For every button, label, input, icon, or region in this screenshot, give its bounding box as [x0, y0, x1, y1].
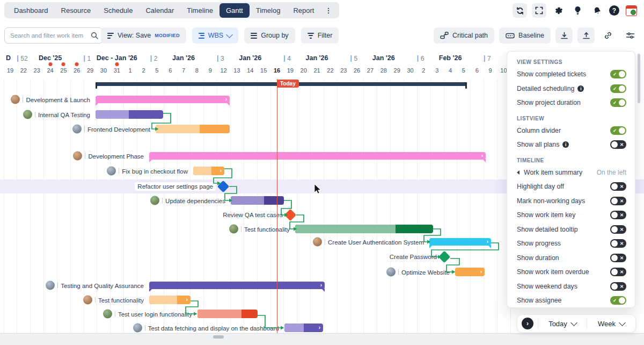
tab-timelog[interactable]: Timelog [250, 3, 287, 18]
setting-column-divider[interactable]: Column divider✓ [507, 124, 635, 138]
task-bar[interactable] [295, 225, 433, 233]
toggle-on[interactable]: ✓ [610, 296, 626, 305]
assignee-avatar[interactable] [46, 281, 55, 290]
task-bar[interactable]: › [193, 167, 224, 175]
toggle-off[interactable]: ✕ [610, 211, 626, 219]
setting-show-work-item-key[interactable]: Show work item key✕ [507, 208, 635, 222]
assignee-avatar[interactable] [73, 152, 82, 161]
tab-gantt[interactable]: Gantt [219, 3, 250, 18]
toggle-off[interactable]: ✕ [610, 225, 626, 234]
gear-icon[interactable] [551, 3, 566, 18]
fullscreen-icon[interactable] [532, 3, 546, 18]
toggle-on[interactable]: ✓ [610, 98, 626, 107]
toggle-on[interactable]: ✓ [610, 126, 626, 135]
sync-icon[interactable] [513, 3, 527, 18]
more-tabs-button[interactable]: ⋮ [320, 3, 336, 18]
toggle-off[interactable]: ✕ [610, 140, 626, 149]
setting-show-project-duration[interactable]: Show project duration✓ [507, 96, 635, 110]
task-bar[interactable] [156, 125, 230, 133]
tab-resource[interactable]: Resource [55, 3, 98, 18]
setting-show-assignee[interactable]: Show assignee✓ [507, 293, 635, 308]
search-input[interactable] [9, 32, 87, 39]
setting-highlight-day-off[interactable]: Highlight day off✕ [507, 179, 635, 194]
expand-chevron-icon[interactable]: › [480, 269, 482, 275]
assignee-avatar[interactable] [133, 324, 142, 333]
toggle-on[interactable]: ✓ [610, 70, 626, 78]
summary-bar[interactable]: › [429, 238, 491, 246]
setting-show-all-plans[interactable]: Show all plansi✕ [507, 138, 635, 152]
tab-schedule[interactable]: Schedule [97, 3, 139, 18]
group-by-button[interactable]: Group by [244, 27, 295, 44]
toggle-off[interactable]: ✕ [610, 254, 626, 262]
expand-chevron-icon[interactable]: › [481, 153, 483, 159]
tab-report[interactable]: Report [287, 3, 320, 18]
help-icon[interactable]: ? [609, 5, 619, 16]
toggle-off[interactable]: ✕ [610, 268, 626, 276]
planner-calendar-icon[interactable] [624, 3, 639, 18]
assignee-avatar[interactable] [23, 110, 32, 119]
task-bar[interactable]: › [284, 324, 323, 332]
setting-show-weekend-days[interactable]: Show weekend days✕ [507, 279, 635, 294]
milestone-diamond[interactable] [284, 209, 297, 221]
today-dropdown[interactable]: Today [543, 320, 582, 328]
expand-chevron-icon[interactable]: › [186, 297, 188, 303]
lightbulb-icon[interactable] [570, 3, 585, 18]
assignee-avatar[interactable] [107, 167, 116, 176]
tab-dashboard[interactable]: Dashboard [8, 3, 55, 18]
summary-bar[interactable]: › [149, 152, 486, 160]
expand-chevron-icon[interactable]: › [225, 97, 227, 102]
download-icon[interactable] [555, 27, 573, 44]
jump-forward-button[interactable]: › [522, 318, 533, 329]
toggle-off[interactable]: ✕ [610, 282, 626, 291]
task-bar[interactable] [231, 196, 284, 205]
toggle-on[interactable]: ✓ [610, 84, 626, 93]
search-box[interactable] [4, 27, 103, 44]
setting-show-completed-tickets[interactable]: Show completed tickets✓ [507, 67, 635, 82]
setting-work-item-summary[interactable]: Work item summaryOn the left [507, 166, 635, 180]
toggle-off[interactable]: ✕ [610, 197, 626, 205]
assignee-avatar[interactable] [11, 95, 20, 104]
week-zoom-dropdown[interactable]: Week [591, 320, 631, 328]
filter-button[interactable]: Filter [301, 27, 339, 44]
critical-path-button[interactable]: Critical path [434, 27, 494, 44]
expand-chevron-icon[interactable]: › [319, 325, 320, 330]
vertical-scrollbar[interactable] [638, 54, 640, 103]
toggle-off[interactable]: ✕ [610, 182, 626, 191]
toggle-off[interactable]: ✕ [610, 239, 626, 248]
upload-icon[interactable] [577, 27, 595, 44]
view-save-button[interactable]: View: Save MODIFIED [101, 27, 186, 44]
tab-timeline[interactable]: Timeline [180, 3, 219, 18]
baseline-button[interactable]: Baseline [499, 27, 551, 44]
summary-bar[interactable]: › [96, 96, 230, 103]
setting-mark-non-working-days[interactable]: Mark non-working days✕ [507, 194, 635, 209]
wbs-dropdown[interactable]: WBS [192, 27, 238, 44]
expand-chevron-icon[interactable]: › [220, 168, 222, 174]
task-bar[interactable] [197, 310, 258, 318]
toggle-knob [611, 212, 618, 218]
assignee-avatar[interactable] [386, 268, 396, 277]
assignee-avatar[interactable] [72, 125, 82, 134]
setting-detailed-scheduling[interactable]: Detailed schedulingi✓ [507, 82, 635, 96]
milestone-diamond[interactable] [438, 251, 451, 263]
horizontal-scrollbar[interactable] [213, 335, 224, 339]
assignee-avatar[interactable] [150, 196, 159, 205]
expand-chevron-icon[interactable]: › [320, 283, 322, 288]
link-icon[interactable] [599, 27, 617, 44]
assignee-avatar[interactable] [83, 296, 92, 305]
setting-show-work-item-overdue[interactable]: Show work item overdue✕ [507, 265, 635, 279]
today-badge: Today [277, 80, 299, 88]
assignee-avatar[interactable] [313, 238, 322, 247]
summary-bar[interactable]: › [149, 282, 325, 289]
bell-icon[interactable] [590, 3, 604, 18]
assignee-avatar[interactable] [229, 225, 238, 234]
task-bar[interactable] [96, 110, 163, 119]
task-bar[interactable]: › [455, 268, 485, 276]
assignee-avatar[interactable] [103, 310, 112, 319]
view-options-sliders-icon[interactable] [621, 27, 639, 44]
setting-show-progress[interactable]: Show progress✕ [507, 236, 635, 251]
tab-calendar[interactable]: Calendar [139, 3, 180, 18]
setting-show-duration[interactable]: Show duration✕ [507, 251, 635, 265]
expand-chevron-icon[interactable]: › [487, 239, 488, 245]
setting-show-detailed-tooltip[interactable]: Show detailed tooltip✕ [507, 222, 635, 237]
task-bar[interactable]: › [149, 296, 191, 304]
